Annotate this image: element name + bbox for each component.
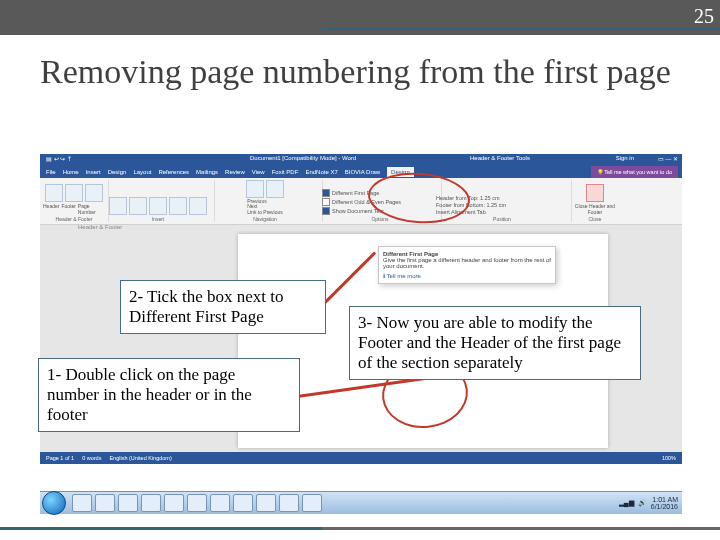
page-number-icon[interactable] bbox=[85, 184, 103, 202]
group-navigation: Previous Next Link to Previous Navigatio… bbox=[208, 180, 323, 222]
group-header-footer: Header Footer Page Number Header & Foote… bbox=[40, 180, 109, 222]
system-tray[interactable]: ▂▄▆ 🔊 1:01 AM 6/1/2016 bbox=[619, 496, 682, 510]
footer-rule bbox=[0, 527, 720, 530]
close-hf-icon[interactable] bbox=[586, 184, 604, 202]
pos-from-bottom-val: 1.25 cm bbox=[486, 202, 506, 208]
tab-foxit[interactable]: Foxit PDF bbox=[272, 169, 299, 175]
group-label-position: Position bbox=[493, 217, 511, 222]
btn-header[interactable]: Header bbox=[43, 203, 59, 215]
btn-pagenum[interactable]: Page Number bbox=[78, 203, 105, 215]
tab-mailings[interactable]: Mailings bbox=[196, 169, 218, 175]
slide-number: 25 bbox=[694, 5, 714, 28]
taskbar-app-outlook[interactable] bbox=[141, 494, 161, 512]
docinfo-icon[interactable] bbox=[129, 197, 147, 215]
header-icon[interactable] bbox=[45, 184, 63, 202]
word-title-context: Header & Footer Tools bbox=[470, 155, 530, 161]
group-label-insert: Insert bbox=[152, 217, 165, 222]
windows-taskbar: ▂▄▆ 🔊 1:01 AM 6/1/2016 bbox=[40, 491, 682, 514]
tab-layout[interactable]: Layout bbox=[133, 169, 151, 175]
status-page[interactable]: Page 1 of 1 bbox=[46, 455, 74, 461]
header-footer-tag: Header & Footer bbox=[78, 224, 122, 230]
status-zoom[interactable]: 100% bbox=[662, 455, 676, 461]
word-title-center: Document1 [Compatibility Mode] - Word bbox=[250, 155, 356, 161]
word-statusbar: Page 1 of 1 0 words English (United King… bbox=[40, 452, 682, 464]
taskbar-app-explorer[interactable] bbox=[72, 494, 92, 512]
nav-link[interactable]: Link to Previous bbox=[247, 210, 283, 216]
slide: 25 Removing page numbering from the firs… bbox=[0, 0, 720, 540]
header-accent bbox=[322, 28, 720, 30]
tell-me-label: Tell me what you want to do bbox=[604, 169, 672, 175]
taskbar-app-word[interactable] bbox=[187, 494, 207, 512]
ribbon-tabs: File Home Insert Design Layout Reference… bbox=[40, 166, 682, 178]
tray-clock-time: 1:01 AM bbox=[651, 496, 678, 503]
tooltip-body: Give the first page a different header a… bbox=[383, 257, 551, 269]
tab-biovia[interactable]: BIOVIA Draw bbox=[345, 169, 380, 175]
tray-clock-date: 6/1/2016 bbox=[651, 503, 678, 510]
checkbox-icon bbox=[322, 198, 330, 206]
taskbar-app-skype[interactable] bbox=[302, 494, 322, 512]
taskbar-app-excel[interactable] bbox=[210, 494, 230, 512]
group-label-close: Close bbox=[589, 217, 602, 222]
group-label-nav: Navigation bbox=[253, 217, 277, 222]
tab-endnote[interactable]: EndNote X7 bbox=[305, 169, 337, 175]
ribbon: Header Footer Page Number Header & Foote… bbox=[40, 178, 682, 225]
tray-clock[interactable]: 1:01 AM 6/1/2016 bbox=[651, 496, 678, 510]
taskbar-app-media[interactable] bbox=[118, 494, 138, 512]
pos-from-top-val: 1.25 cm bbox=[480, 195, 500, 201]
goto-footer-icon[interactable] bbox=[266, 180, 284, 198]
tab-review[interactable]: Review bbox=[225, 169, 245, 175]
footer-icon[interactable] bbox=[65, 184, 83, 202]
status-lang[interactable]: English (United Kingdom) bbox=[109, 455, 171, 461]
tab-design[interactable]: Design bbox=[108, 169, 127, 175]
group-insert: Insert bbox=[102, 180, 215, 222]
checkbox-icon bbox=[322, 189, 330, 197]
taskbar-app-chrome[interactable] bbox=[279, 494, 299, 512]
close-hf-label[interactable]: Close Header and Footer bbox=[567, 203, 623, 215]
word-titlebar: ▤ ↩ ↪ ⤒ Document1 [Compatibility Mode] -… bbox=[40, 154, 682, 166]
tell-me-box[interactable]: 💡 Tell me what you want to do bbox=[591, 166, 678, 178]
status-words[interactable]: 0 words bbox=[82, 455, 101, 461]
tray-network-icon[interactable]: ▂▄▆ bbox=[619, 499, 634, 507]
start-button[interactable] bbox=[42, 491, 66, 515]
taskbar-app-onenote[interactable] bbox=[164, 494, 184, 512]
callout-step-2: 2- Tick the box next to Different First … bbox=[120, 280, 326, 334]
tooltip-tellme[interactable]: ℹ Tell me more bbox=[383, 272, 551, 279]
group-close: Close Header and Footer Close bbox=[564, 180, 626, 222]
btn-footer[interactable]: Footer bbox=[61, 203, 75, 215]
online-pictures-icon[interactable] bbox=[189, 197, 207, 215]
tab-view[interactable]: View bbox=[252, 169, 265, 175]
tab-file[interactable]: File bbox=[46, 169, 56, 175]
group-label-options: Options bbox=[371, 217, 388, 222]
signin-link[interactable]: Sign in bbox=[616, 155, 634, 161]
callout-step-1: 1- Double click on the page number in th… bbox=[38, 358, 300, 432]
tab-insert[interactable]: Insert bbox=[86, 169, 101, 175]
tooltip-tellme-label: Tell me more bbox=[387, 273, 421, 279]
date-time-icon[interactable] bbox=[109, 197, 127, 215]
goto-header-icon[interactable] bbox=[246, 180, 264, 198]
tray-volume-icon[interactable]: 🔊 bbox=[638, 499, 647, 507]
group-label-hf: Header & Footer bbox=[56, 217, 93, 222]
checkbox-icon bbox=[322, 207, 330, 215]
tab-references[interactable]: References bbox=[158, 169, 189, 175]
pictures-icon[interactable] bbox=[169, 197, 187, 215]
taskbar-app-viber[interactable] bbox=[256, 494, 276, 512]
slide-title: Removing page numbering from the first p… bbox=[40, 52, 680, 91]
tooltip-diff-first: Different First Page Give the first page… bbox=[378, 246, 556, 284]
callout-step-3: 3- Now you are able to modify the Footer… bbox=[349, 306, 641, 380]
tab-home[interactable]: Home bbox=[63, 169, 79, 175]
qat-icon: ▤ ↩ ↪ ⤒ bbox=[46, 155, 72, 162]
taskbar-apps bbox=[72, 494, 322, 512]
taskbar-app-powerpoint[interactable] bbox=[233, 494, 253, 512]
window-controls[interactable]: ▭ — ✕ bbox=[658, 155, 678, 162]
taskbar-app-ie[interactable] bbox=[95, 494, 115, 512]
quickparts-icon[interactable] bbox=[149, 197, 167, 215]
